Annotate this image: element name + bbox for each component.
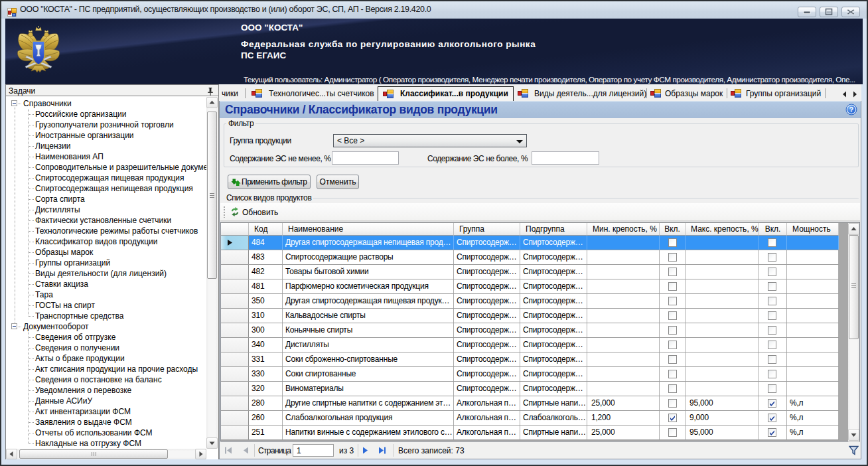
svg-text:?: ? <box>849 106 853 114</box>
